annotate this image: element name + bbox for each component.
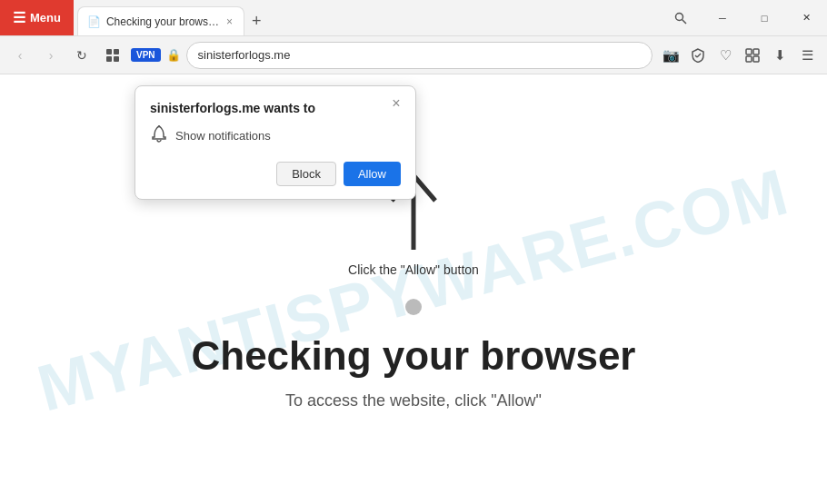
search-toolbar-button[interactable] xyxy=(660,0,702,35)
svg-line-7 xyxy=(697,54,701,57)
sub-text: To access the website, click "Allow" xyxy=(285,391,542,410)
window-controls: ─ □ ✕ xyxy=(660,0,827,35)
svg-rect-10 xyxy=(746,56,752,62)
url-bar[interactable]: sinisterforlogs.me xyxy=(186,42,653,69)
tab-close-button[interactable]: × xyxy=(224,14,234,30)
popup-close-button[interactable]: × xyxy=(386,94,406,114)
block-button[interactable]: Block xyxy=(276,162,336,186)
url-text: sinisterforlogs.me xyxy=(198,48,291,62)
svg-rect-11 xyxy=(753,56,759,62)
tab-favicon: 📄 xyxy=(87,15,101,28)
address-bar: ‹ › ↻ VPN 🔒 sinisterforlogs.me 📷 ♡ ⬇ xyxy=(0,36,827,74)
title-bar: ☰ Menu 📄 Checking your brows… × + ─ □ ✕ xyxy=(0,0,827,36)
svg-rect-4 xyxy=(106,56,112,62)
loading-dot xyxy=(405,299,422,315)
svg-rect-2 xyxy=(106,49,112,54)
svg-line-1 xyxy=(683,19,687,24)
extensions-icon[interactable] xyxy=(740,43,765,68)
tab-title: Checking your brows… xyxy=(106,15,219,28)
lock-icon: 🔒 xyxy=(166,48,181,62)
popup-message: Show notifications xyxy=(150,124,401,147)
tabs-area: 📄 Checking your brows… × + xyxy=(74,0,660,35)
page-content: MYANTISPYWARE.COM × sinisterforlogs.me w… xyxy=(0,74,827,504)
menu-button[interactable]: ☰ Menu xyxy=(0,0,74,35)
back-button[interactable]: ‹ xyxy=(7,43,33,68)
svg-rect-8 xyxy=(746,49,752,54)
vpn-badge[interactable]: VPN xyxy=(131,48,161,62)
svg-rect-3 xyxy=(114,49,119,54)
grid-button[interactable] xyxy=(100,43,125,68)
shield-icon[interactable] xyxy=(685,43,711,68)
minimize-button[interactable]: ─ xyxy=(702,0,743,35)
heart-icon[interactable]: ♡ xyxy=(712,43,738,68)
svg-rect-5 xyxy=(114,56,119,62)
click-label: Click the "Allow" button xyxy=(348,262,479,277)
svg-point-0 xyxy=(676,13,683,20)
camera-icon[interactable]: 📷 xyxy=(658,43,683,68)
refresh-button[interactable]: ↻ xyxy=(69,43,95,68)
download-icon[interactable]: ⬇ xyxy=(767,43,792,68)
maximize-button[interactable]: □ xyxy=(743,0,785,35)
settings-icon[interactable]: ☰ xyxy=(794,43,820,68)
popup-title: sinisterforlogs.me wants to xyxy=(150,101,401,115)
popup-message-text: Show notifications xyxy=(175,129,271,143)
active-tab[interactable]: 📄 Checking your brows… × xyxy=(77,6,244,35)
forward-button[interactable]: › xyxy=(38,43,64,68)
menu-icon: ☰ xyxy=(13,9,25,26)
notification-popup: × sinisterforlogs.me wants to Show notif… xyxy=(135,85,416,200)
svg-rect-9 xyxy=(753,49,759,54)
toolbar-icons: 📷 ♡ ⬇ ☰ xyxy=(658,43,820,68)
notification-icon xyxy=(150,124,168,147)
svg-rect-12 xyxy=(158,125,160,127)
main-heading: Checking your browser xyxy=(191,333,635,379)
browser-frame: ☰ Menu 📄 Checking your brows… × + ─ □ ✕ … xyxy=(0,0,827,504)
menu-label: Menu xyxy=(30,11,61,25)
popup-buttons: Block Allow xyxy=(150,162,401,186)
allow-button[interactable]: Allow xyxy=(344,162,401,186)
close-button[interactable]: ✕ xyxy=(785,0,827,35)
new-tab-button[interactable]: + xyxy=(244,6,269,35)
